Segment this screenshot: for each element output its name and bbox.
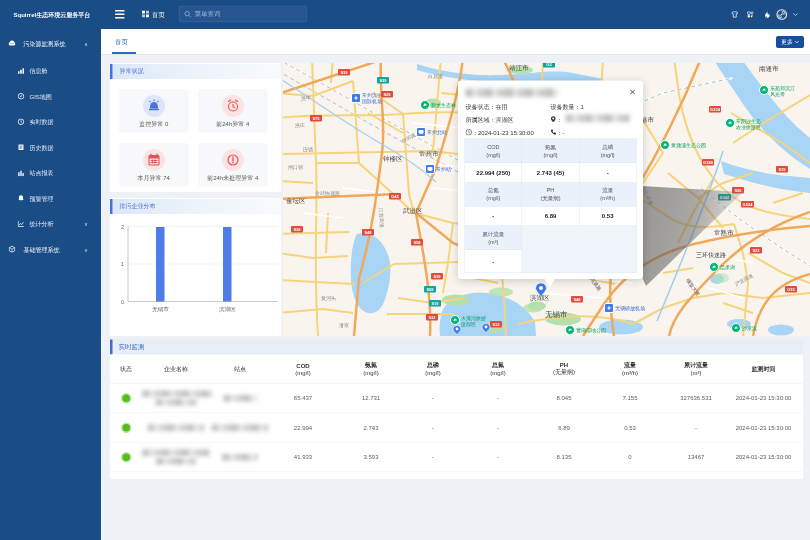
svg-text:洪甲: 洪甲 bbox=[301, 95, 311, 102]
svg-text:G204: G204 bbox=[710, 107, 721, 112]
svg-text:国际机场: 国际机场 bbox=[362, 98, 382, 105]
svg-text:G346: G346 bbox=[703, 160, 714, 165]
svg-text:G42: G42 bbox=[391, 194, 399, 199]
svg-text:洪庄: 洪庄 bbox=[295, 122, 305, 129]
svg-text:S48: S48 bbox=[364, 230, 372, 235]
svg-text:曹湖湿地公园: 曹湖湿地公园 bbox=[576, 327, 606, 334]
svg-text:无锡市: 无锡市 bbox=[152, 306, 169, 313]
svg-text:G524: G524 bbox=[743, 202, 754, 207]
svg-text:金武快速路: 金武快速路 bbox=[315, 190, 340, 196]
svg-text:S39: S39 bbox=[379, 78, 387, 83]
svg-text:常州北站: 常州北站 bbox=[427, 129, 447, 136]
svg-text:黄潋浦生态公园: 黄潋浦生态公园 bbox=[671, 142, 706, 149]
svg-text:1: 1 bbox=[121, 261, 124, 267]
svg-text:农业旅游区: 农业旅游区 bbox=[736, 124, 761, 131]
svg-text:S58: S58 bbox=[413, 240, 421, 245]
svg-text:滨湖区: 滨湖区 bbox=[219, 306, 236, 313]
svg-text:港市: 港市 bbox=[641, 116, 655, 124]
svg-text:新龙生态林: 新龙生态林 bbox=[431, 102, 456, 108]
svg-text:S19: S19 bbox=[433, 274, 441, 279]
svg-text:金坛区: 金坛区 bbox=[286, 197, 306, 204]
svg-text:2: 2 bbox=[121, 224, 124, 230]
svg-text:江宜高速: 江宜高速 bbox=[377, 208, 385, 228]
svg-text:三环快速路: 三环快速路 bbox=[696, 252, 726, 259]
svg-text:S75: S75 bbox=[312, 116, 320, 121]
svg-text:度假区: 度假区 bbox=[461, 321, 476, 328]
svg-text:S58: S58 bbox=[426, 287, 434, 292]
svg-text:靖江市: 靖江市 bbox=[509, 64, 529, 72]
svg-text:0: 0 bbox=[121, 299, 124, 305]
svg-text:无锡硕放机场: 无锡硕放机场 bbox=[615, 305, 645, 312]
svg-text:常熟市: 常熟市 bbox=[714, 229, 734, 237]
svg-text:钟楼区: 钟楼区 bbox=[382, 155, 403, 162]
svg-text:白屈港: 白屈港 bbox=[428, 73, 443, 80]
svg-text:S19: S19 bbox=[431, 301, 439, 306]
svg-text:南通市: 南通市 bbox=[759, 65, 779, 72]
svg-text:常州站: 常州站 bbox=[436, 166, 451, 172]
svg-text:连塘: 连塘 bbox=[303, 146, 313, 152]
svg-text:武进区: 武进区 bbox=[402, 207, 423, 215]
svg-text:S38: S38 bbox=[293, 227, 301, 232]
svg-text:闸口镇: 闸口镇 bbox=[288, 164, 303, 171]
svg-text:G2: G2 bbox=[546, 63, 552, 67]
svg-text:沙家浜: 沙家浜 bbox=[742, 325, 757, 332]
svg-text:S23: S23 bbox=[752, 248, 760, 253]
svg-text:沪宜高速: 沪宜高速 bbox=[734, 272, 755, 288]
svg-text:S19: S19 bbox=[778, 167, 786, 172]
svg-text:昆承湖: 昆承湖 bbox=[720, 264, 735, 271]
svg-text:S12: S12 bbox=[492, 322, 500, 327]
svg-text:S29: S29 bbox=[383, 92, 391, 97]
svg-text:常州市: 常州市 bbox=[419, 150, 439, 157]
svg-text:S32: S32 bbox=[428, 315, 436, 320]
svg-text:黄河头: 黄河头 bbox=[321, 295, 336, 302]
svg-text:滨湖区: 滨湖区 bbox=[530, 294, 550, 302]
svg-text:风光带: 风光带 bbox=[770, 91, 785, 98]
svg-text:G15: G15 bbox=[787, 287, 795, 292]
svg-text:潘家: 潘家 bbox=[339, 322, 349, 329]
svg-text:无锡市: 无锡市 bbox=[545, 310, 568, 319]
svg-text:S39: S39 bbox=[340, 70, 348, 75]
svg-text:S48: S48 bbox=[573, 297, 581, 302]
